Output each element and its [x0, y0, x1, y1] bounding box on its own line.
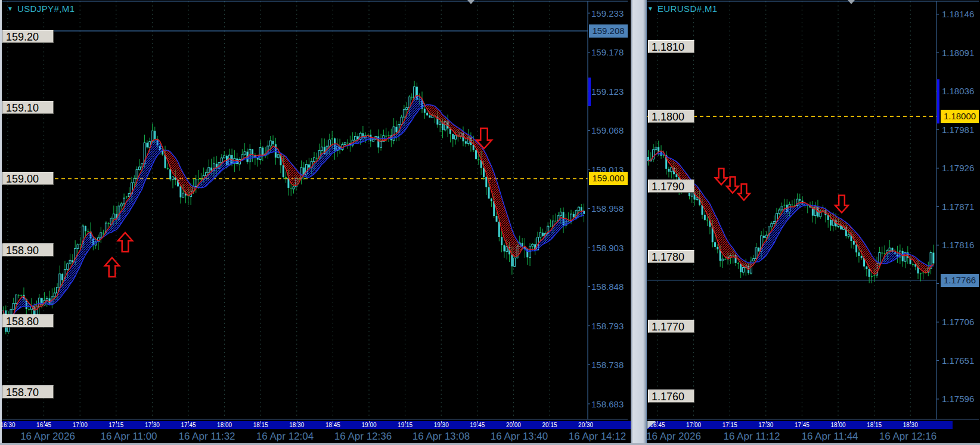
- time-axis[interactable]: [647, 431, 936, 444]
- session-time-bar[interactable]: [2, 421, 631, 429]
- session-time-tick: [188, 421, 189, 423]
- right-panel-frame: [646, 0, 647, 443]
- symbol-dropdown-icon[interactable]: ▼: [7, 5, 13, 13]
- terminal-workspace: ▼ USDJPY#,M1 ▼ EURUSD#,M1 159.20159.1015…: [0, 0, 980, 445]
- session-time-tick: [260, 421, 261, 423]
- chart-header-eurusd: ▼ EURUSD#,M1: [647, 4, 718, 14]
- price-scale[interactable]: [936, 1, 979, 419]
- session-time-tick: [441, 421, 442, 423]
- session-time-tick: [513, 421, 514, 423]
- session-time-tick: [333, 421, 333, 423]
- session-time-tick: [405, 421, 406, 423]
- price-scale[interactable]: [588, 1, 628, 419]
- chart-title: EURUSD#,M1: [658, 4, 718, 14]
- window-left-border: [0, 0, 2, 445]
- session-time-label: 16:30: [0, 422, 20, 428]
- session-time-tick: [730, 421, 730, 423]
- chart-plot-area[interactable]: [2, 1, 588, 419]
- session-time-tick: [297, 421, 297, 423]
- time-bar-corner-icon: [647, 421, 656, 429]
- session-time-tick: [477, 421, 478, 423]
- session-time-tick: [116, 421, 117, 423]
- session-time-tick: [694, 421, 694, 423]
- session-time-tick: [838, 421, 839, 423]
- session-time-tick: [225, 421, 225, 423]
- session-time-tick: [550, 421, 550, 423]
- session-time-tick: [910, 421, 911, 423]
- chart-header-usdjpy: ▼ USDJPY#,M1: [7, 4, 75, 14]
- session-time-tick: [8, 421, 8, 423]
- session-time-tick: [369, 421, 370, 423]
- session-time-tick: [874, 421, 875, 423]
- session-time-tick: [586, 421, 587, 423]
- session-time-tick: [152, 421, 153, 423]
- chart-title: USDJPY#,M1: [17, 4, 75, 14]
- session-time-tick: [80, 421, 80, 423]
- session-time-tick: [766, 421, 767, 423]
- window-divider[interactable]: [631, 0, 646, 445]
- chart-plot-area[interactable]: [647, 1, 936, 419]
- time-axis[interactable]: [2, 431, 588, 444]
- session-time-tick: [802, 421, 802, 423]
- session-time-tick: [658, 421, 658, 423]
- session-time-tick: [44, 421, 45, 423]
- symbol-dropdown-icon[interactable]: ▼: [647, 5, 653, 13]
